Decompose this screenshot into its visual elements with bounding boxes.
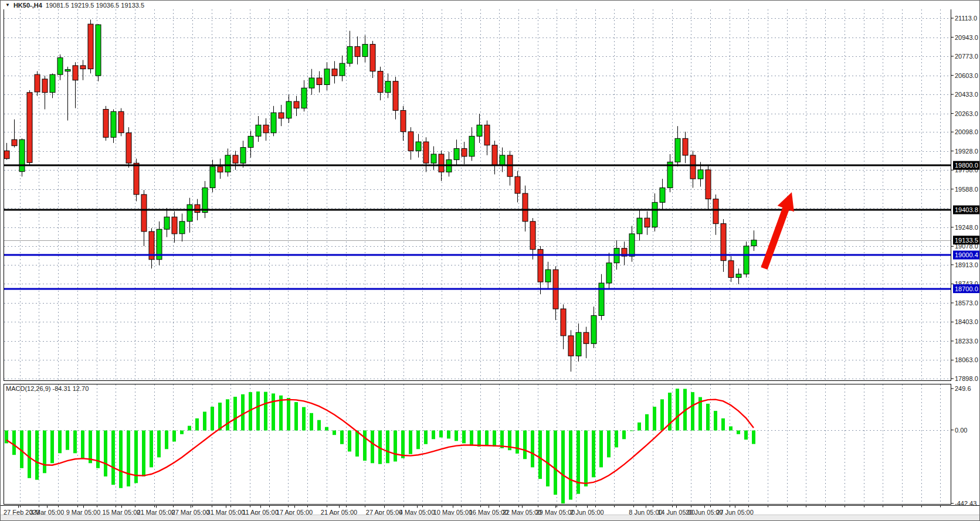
- svg-text:18700.0: 18700.0: [955, 285, 978, 292]
- svg-text:20773.0: 20773.0: [955, 53, 978, 60]
- svg-text:20943.0: 20943.0: [955, 34, 978, 41]
- svg-text:21113.0: 21113.0: [955, 15, 977, 22]
- macd-indicator-label: MACD(12,26,9) -84.31 12.70: [6, 385, 89, 392]
- svg-text:18573.0: 18573.0: [955, 299, 978, 307]
- buy-signal-arrow[interactable]: [764, 192, 794, 268]
- svg-text:18403.0: 18403.0: [955, 318, 978, 325]
- chart-title-bar: ▼ HK50-,H4 19081.5 19219.5 19036.5 19133…: [1, 1, 979, 9]
- svg-text:20098.0: 20098.0: [955, 128, 978, 135]
- pane-frames: [1, 9, 980, 506]
- svg-text:20433.0: 20433.0: [955, 91, 978, 98]
- macd-axis[interactable]: 249.60.00-442.43: [951, 385, 976, 507]
- grid-layer: [4, 9, 951, 504]
- svg-text:0.00: 0.00: [955, 427, 967, 434]
- macd-histogram-layer: [5, 389, 755, 503]
- svg-text:18913.0: 18913.0: [955, 261, 978, 268]
- ohlc-values: 19081.5 19219.5 19036.5 19133.5: [46, 2, 144, 9]
- svg-text:249.6: 249.6: [955, 385, 971, 392]
- chart-window: ▼ HK50-,H4 19081.5 19219.5 19036.5 19133…: [0, 0, 980, 521]
- svg-text:19403.8: 19403.8: [955, 206, 978, 213]
- svg-text:20603.0: 20603.0: [955, 72, 978, 79]
- symbol-period-label: HK50-,H4: [13, 2, 42, 9]
- svg-text:19133.5: 19133.5: [955, 237, 978, 244]
- candlestick-chart-canvas[interactable]: 21113.020943.020773.020603.020433.020263…: [1, 1, 980, 521]
- time-axis[interactable]: 27 Feb 20233 Mar 05:009 Mar 05:0015 Mar …: [4, 506, 941, 516]
- svg-text:19588.0: 19588.0: [955, 186, 978, 193]
- svg-text:19248.0: 19248.0: [955, 224, 978, 231]
- svg-text:20263.0: 20263.0: [955, 110, 978, 117]
- svg-text:18063.0: 18063.0: [955, 356, 978, 363]
- symbol-dropdown-icon[interactable]: ▼: [5, 3, 10, 8]
- svg-text:19800.0: 19800.0: [955, 162, 978, 169]
- svg-text:18233.0: 18233.0: [955, 338, 978, 345]
- price-axis[interactable]: 21113.020943.020773.020603.020433.020263…: [951, 15, 978, 382]
- svg-text:-442.43: -442.43: [955, 500, 976, 507]
- svg-text:19928.0: 19928.0: [955, 148, 978, 155]
- window-footer-strip: [1, 515, 979, 520]
- svg-text:19000.4: 19000.4: [955, 251, 978, 258]
- svg-text:17898.0: 17898.0: [955, 375, 978, 382]
- candlestick-layer: [4, 20, 757, 372]
